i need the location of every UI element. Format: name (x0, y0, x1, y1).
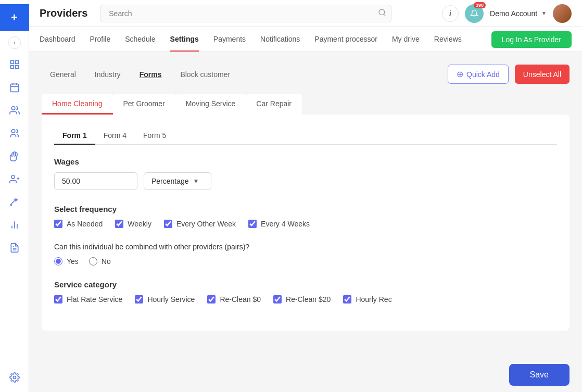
svc-flat-rate-checkbox[interactable] (54, 295, 62, 304)
wages-input[interactable] (54, 172, 137, 190)
service-category-label: Service category (54, 280, 557, 289)
pairs-yes[interactable]: Yes (54, 257, 79, 265)
pairs-no-radio[interactable] (89, 257, 97, 265)
freq-weekly[interactable]: Weekly (115, 220, 151, 228)
industry-tab-pet-groomer[interactable]: Pet Groomer (113, 94, 175, 115)
industry-tab-car-repair[interactable]: Car Repair (246, 94, 302, 115)
notification-bell[interactable]: 390 (465, 4, 484, 23)
tab-general[interactable]: General (42, 66, 84, 83)
svc-re-clean-0-label: Re-Clean $0 (220, 295, 261, 304)
plus-circle-icon: ⊕ (457, 69, 463, 79)
svc-flat-rate[interactable]: Flat Rate Service (54, 295, 122, 304)
svc-hourly[interactable]: Hourly Service (135, 295, 195, 304)
search-bar (100, 5, 391, 22)
svg-rect-1 (15, 61, 18, 64)
form-tab-5[interactable]: Form 5 (135, 127, 174, 145)
pairs-section: Can this individual be combined with oth… (54, 243, 557, 265)
svg-rect-2 (10, 66, 14, 69)
svc-hourly-checkbox[interactable] (135, 295, 143, 304)
nav-profile[interactable]: Profile (90, 28, 111, 52)
service-category-section: Service category Flat Rate Service Hourl… (54, 280, 557, 304)
nav-dashboard[interactable]: Dashboard (40, 28, 75, 52)
frequency-label: Select frequency (54, 205, 557, 213)
wages-label: Wages (54, 157, 557, 166)
nav-schedule[interactable]: Schedule (125, 28, 155, 52)
freq-every-other-week-label: Every Other Week (176, 220, 236, 228)
save-bar: Save (29, 358, 582, 392)
form-tab-4[interactable]: Form 4 (95, 127, 135, 145)
freq-every-other-week-checkbox[interactable] (164, 220, 172, 228)
account-name: Demo Account (490, 9, 537, 18)
content-area: General Industry Forms Block customer ⊕ … (29, 52, 582, 392)
search-icon[interactable] (378, 8, 386, 19)
freq-as-needed-label: As Needed (67, 220, 103, 228)
form-tabs: Form 1 Form 4 Form 5 (54, 127, 557, 145)
pairs-radio-row: Yes No (54, 257, 557, 265)
pairs-no-label: No (102, 257, 111, 265)
app-logo[interactable]: + (0, 4, 29, 31)
team-icon[interactable] (4, 123, 25, 144)
magic-icon[interactable] (4, 192, 25, 212)
freq-as-needed-checkbox[interactable] (54, 220, 62, 228)
svg-line-20 (384, 14, 385, 16)
form-tab-1[interactable]: Form 1 (54, 127, 95, 145)
nav-my-drive[interactable]: My drive (392, 28, 420, 52)
grid-icon[interactable] (4, 54, 25, 75)
settings-icon[interactable] (4, 367, 25, 388)
collapse-btn[interactable]: › (8, 36, 21, 49)
pairs-yes-radio[interactable] (54, 257, 62, 265)
wages-type-select[interactable]: Percentage ▼ (144, 172, 211, 190)
users-icon[interactable] (4, 100, 25, 121)
svg-rect-4 (10, 84, 18, 92)
svc-re-clean-0[interactable]: Re-Clean $0 (207, 295, 261, 304)
freq-every-4-weeks-checkbox[interactable] (248, 220, 257, 228)
search-input[interactable] (100, 5, 391, 22)
action-buttons: ⊕ Quick Add Unselect All (448, 65, 570, 84)
industry-tab-moving-service[interactable]: Moving Service (175, 94, 246, 115)
freq-every-4-weeks-label: Every 4 Weeks (261, 220, 310, 228)
svc-hourly-rec[interactable]: Hourly Rec (343, 295, 391, 304)
nav-reviews[interactable]: Reviews (434, 28, 462, 52)
svc-hourly-label: Hourly Service (147, 295, 195, 304)
svg-point-19 (379, 9, 385, 15)
freq-as-needed[interactable]: As Needed (54, 220, 103, 228)
log-in-as-provider-button[interactable]: Log In As Provider (491, 31, 572, 48)
svc-re-clean-20-checkbox[interactable] (273, 295, 282, 304)
svc-hourly-rec-checkbox[interactable] (343, 295, 351, 304)
industry-tab-home-cleaning[interactable]: Home Cleaning (42, 94, 113, 115)
unselect-all-button[interactable]: Unselect All (515, 65, 570, 84)
svc-re-clean-20[interactable]: Re-Clean $20 (273, 295, 331, 304)
account-button[interactable]: Demo Account ▼ (490, 9, 547, 18)
svc-hourly-rec-label: Hourly Rec (356, 295, 391, 304)
wages-section: Wages Percentage ▼ (54, 157, 557, 190)
nav-settings[interactable]: Settings (170, 28, 199, 52)
frequency-section: Select frequency As Needed Weekly Eve (54, 205, 557, 228)
nav-payments[interactable]: Payments (213, 28, 246, 52)
svc-re-clean-0-checkbox[interactable] (207, 295, 216, 304)
freq-weekly-checkbox[interactable] (115, 220, 123, 228)
top-header: Providers i 390 Demo Account ▼ (29, 0, 582, 27)
hand-icon[interactable] (4, 146, 25, 167)
tab-forms[interactable]: Forms (131, 66, 170, 83)
save-button[interactable]: Save (509, 364, 570, 386)
tab-block-customer[interactable]: Block customer (172, 66, 238, 83)
report-icon[interactable] (4, 237, 25, 258)
pairs-label: Can this individual be combined with oth… (54, 243, 557, 251)
notification-badge: 390 (474, 2, 486, 8)
svg-rect-0 (10, 61, 14, 64)
chart-icon[interactable] (4, 214, 25, 235)
quick-add-button[interactable]: ⊕ Quick Add (448, 65, 509, 84)
freq-every-other-week[interactable]: Every Other Week (164, 220, 236, 228)
nav-payment-processor[interactable]: Payment processor (314, 28, 377, 52)
avatar (553, 4, 572, 23)
freq-every-4-weeks[interactable]: Every 4 Weeks (248, 220, 310, 228)
calendar-icon[interactable] (4, 77, 25, 98)
wages-row: Percentage ▼ (54, 172, 557, 190)
settings-tabs: General Industry Forms Block customer (42, 66, 238, 83)
header-right: i 390 Demo Account ▼ (442, 4, 572, 23)
pairs-no[interactable]: No (89, 257, 111, 265)
tab-industry[interactable]: Industry (86, 66, 129, 83)
person-add-icon[interactable] (4, 169, 25, 189)
nav-notifications[interactable]: Notifications (260, 28, 300, 52)
info-button[interactable]: i (442, 5, 459, 22)
